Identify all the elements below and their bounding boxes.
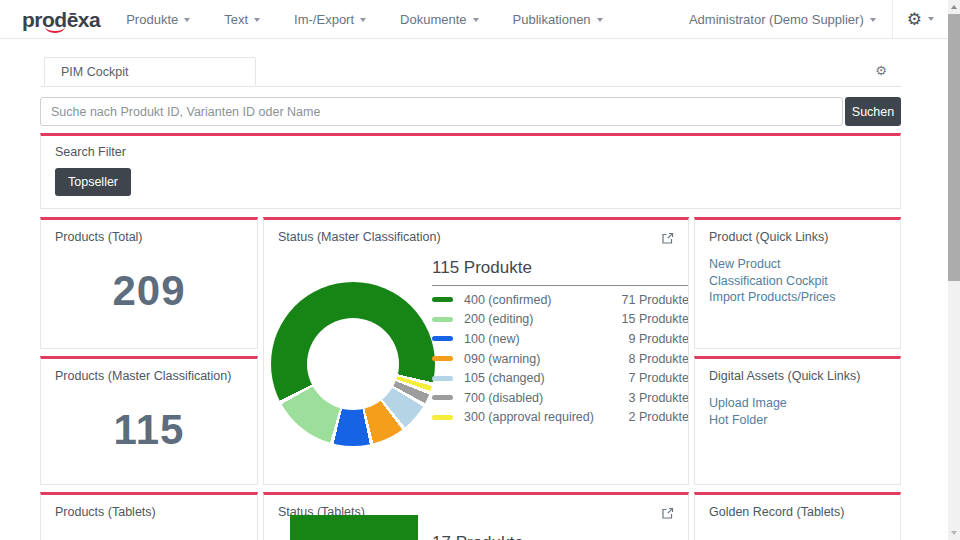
scroll-up-arrow-icon[interactable] [951,5,957,9]
tab-label: PIM Cockpit [61,65,128,79]
tab-pim-cockpit[interactable]: PIM Cockpit [44,57,256,86]
card-title: Products (Tablets) [55,505,243,519]
chevron-down-icon [870,18,876,22]
quick-links-list: Upload Image Hot Folder [709,396,886,427]
external-link-icon[interactable] [661,506,674,524]
chart-total-label: 115 Produkte [432,258,689,286]
main-menu: Produkte Text Im-/Export Dokumente Publi… [126,12,602,27]
link-hot-folder[interactable]: Hot Folder [709,413,886,427]
tab-settings-gear-icon[interactable]: ⚙ [875,63,887,78]
legend-swatch-icon [432,317,453,322]
top-navbar: prodēxa Produkte Text Im-/Export Dokumen… [0,0,948,39]
nav-item-label: Publikationen [513,12,591,27]
card-title: Products (Master Classification) [55,369,243,383]
legend-swatch-icon [432,356,453,361]
legend-label: 090 (warning) [464,352,629,366]
card-products-tablets: Products (Tablets) [40,492,258,540]
search-filter-panel: Search Filter Topseller [40,133,901,209]
card-title: Status (Master Classification) [278,230,441,244]
prodexa-logo[interactable]: prodēxa [22,9,100,30]
search-button[interactable]: Suchen [845,97,901,126]
link-import-products-prices[interactable]: Import Products/Prices [709,290,886,304]
link-classification-cockpit[interactable]: Classification Cockpit [709,274,886,288]
settings-menu[interactable]: ⚙ [892,0,948,38]
navbar-right: Administrator (Demo Supplier) ⚙ [689,0,948,38]
nav-item-label: Dokumente [400,12,466,27]
legend-row: 700 (disabled)3 Produkte [432,388,689,408]
legend-swatch-icon [432,297,453,302]
legend-count: 71 Produkte [622,293,689,307]
legend-label: 100 (new) [464,332,629,346]
nav-item-label: Produkte [126,12,178,27]
nav-item-text[interactable]: Text [224,12,260,27]
user-menu-label: Administrator (Demo Supplier) [689,12,864,27]
card-status-tablets: Status (Tablets) 17 Produkte [263,492,689,540]
card-products-total: Products (Total) 209 [40,217,258,349]
nav-item-label: Im-/Export [294,12,354,27]
legend-row: 105 (changed)7 Produkte [432,368,689,388]
nav-item-produkte[interactable]: Produkte [126,12,190,27]
legend-count: 7 Produkte [629,371,689,385]
card-product-quick-links: Product (Quick Links) New Product Classi… [694,217,901,349]
card-title: Products (Total) [55,230,243,244]
tab-bar: PIM Cockpit ⚙ [40,57,901,87]
nav-item-dokumente[interactable]: Dokumente [400,12,478,27]
legend-count: 2 Produkte [629,410,689,424]
legend-label: 300 (approval required) [464,410,629,424]
legend-swatch-icon [432,336,453,341]
chevron-down-icon [597,18,603,22]
topseller-filter-button[interactable]: Topseller [55,168,131,196]
chevron-down-icon [360,18,366,22]
nav-item-publikationen[interactable]: Publikationen [513,12,603,27]
vertical-scrollbar[interactable] [948,0,960,540]
user-menu[interactable]: Administrator (Demo Supplier) [689,12,892,27]
chevron-down-icon [184,18,190,22]
chart-legend: 400 (confirmed)71 Produkte200 (editing)1… [432,290,689,427]
search-input[interactable] [40,97,843,126]
logo-red-arc-icon [45,23,65,33]
products-total-value: 209 [55,267,243,315]
external-link-icon[interactable] [661,231,674,249]
pim-cockpit-page: prodēxa Produkte Text Im-/Export Dokumen… [0,0,960,540]
legend-row: 090 (warning)8 Produkte [432,349,689,369]
quick-links-list: New Product Classification Cockpit Impor… [709,257,886,304]
link-new-product[interactable]: New Product [709,257,886,271]
chevron-down-icon [473,18,479,22]
products-master-value: 115 [55,406,243,454]
chevron-down-icon [254,18,260,22]
legend-row: 400 (confirmed)71 Produkte [432,290,689,310]
main-content: PIM Cockpit ⚙ Suchen Search Filter Topse… [40,57,901,540]
legend-swatch-icon [432,395,453,400]
legend-swatch-icon [432,415,453,420]
legend-count: 15 Produkte [622,312,689,326]
legend-count: 3 Produkte [629,391,689,405]
legend-swatch-icon [432,376,453,381]
nav-item-im-export[interactable]: Im-/Export [294,12,366,27]
status-tablets-donut-chart-partial[interactable] [290,515,418,540]
scroll-down-arrow-icon[interactable] [951,531,957,535]
card-products-master-classification: Products (Master Classification) 115 [40,356,258,485]
card-golden-record-tablets: Golden Record (Tablets) [694,492,901,540]
chart-total-label: 17 Produkte [432,533,689,540]
legend-label: 105 (changed) [464,371,629,385]
card-title: Golden Record (Tablets) [709,505,886,519]
legend-row: 300 (approval required)2 Produkte [432,408,689,428]
legend-count: 8 Produkte [629,352,689,366]
status-donut-chart[interactable] [271,282,435,446]
scrollbar-thumb[interactable] [948,14,960,281]
legend-row: 200 (editing)15 Produkte [432,310,689,330]
legend-label: 200 (editing) [464,312,622,326]
card-status-master-classification: Status (Master Classification) 115 Produ… [263,217,689,485]
search-filter-title: Search Filter [55,145,886,159]
card-digital-assets-quick-links: Digital Assets (Quick Links) Upload Imag… [694,356,901,485]
legend-count: 9 Produkte [629,332,689,346]
chevron-down-icon [928,17,934,21]
legend-label: 400 (confirmed) [464,293,622,307]
gear-icon: ⚙ [907,11,922,28]
card-title: Digital Assets (Quick Links) [709,369,886,383]
link-upload-image[interactable]: Upload Image [709,396,886,410]
cards-grid: Products (Total) 209 Status (Master Clas… [40,217,901,540]
nav-item-label: Text [224,12,248,27]
legend-row: 100 (new)9 Produkte [432,329,689,349]
legend-label: 700 (disabled) [464,391,629,405]
